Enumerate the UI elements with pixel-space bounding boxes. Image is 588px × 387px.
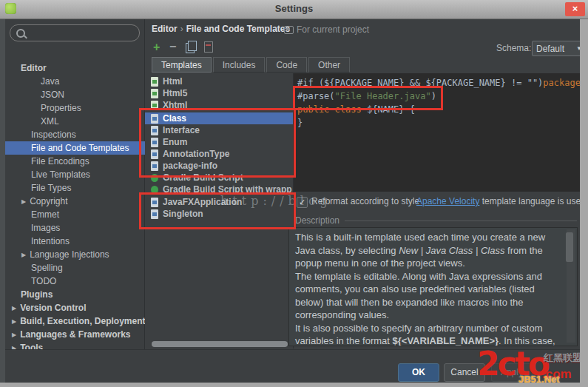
template-item-html5[interactable]: Html5 — [145, 87, 293, 99]
tab-code[interactable]: Code — [266, 57, 307, 73]
description-divider — [345, 221, 577, 221]
sidebar-item-copyright[interactable]: ▶Copyright — [5, 195, 160, 208]
settings-sidebar: Editor Java JSON Properties XML Inspecti… — [5, 18, 145, 349]
window-edge-left — [0, 18, 5, 383]
description-title: Description — [295, 215, 339, 226]
window-edge-right — [580, 18, 588, 383]
annotation-rect-custom-templates — [139, 192, 296, 229]
sidebar-item-plugins[interactable]: Plugins — [5, 288, 160, 301]
dialog-title: Settings — [0, 3, 588, 14]
sidebar-item-version-control[interactable]: ▶Version Control — [5, 301, 151, 314]
annotation-rect-java-templates — [139, 108, 296, 178]
chevron-right-icon[interactable]: ▶ — [12, 318, 16, 325]
description-scrollbar-thumb[interactable] — [566, 232, 573, 262]
description-text: This is a built-in template used each ti… — [295, 231, 555, 346]
template-item-html[interactable]: Html — [145, 75, 293, 87]
description-scrollbar-track[interactable] — [567, 229, 575, 343]
schema-dropdown[interactable]: Default ▼ — [532, 41, 587, 56]
search-input[interactable] — [10, 24, 140, 41]
sidebar-item-languages-frameworks[interactable]: ▶Languages & Frameworks — [5, 328, 151, 341]
remove-template-button[interactable]: − — [169, 40, 176, 53]
page-title: File and Code Templates — [186, 24, 290, 34]
tab-includes[interactable]: Includes — [213, 57, 266, 73]
annotation-rect-parse-line — [293, 86, 443, 110]
apache-velocity-link[interactable]: Apache Velocity — [416, 196, 479, 206]
copy-template-button[interactable] — [186, 43, 195, 53]
ok-button[interactable]: OK — [398, 363, 439, 382]
code-line-4: } — [297, 116, 303, 129]
add-template-button[interactable]: + — [153, 41, 160, 54]
html-file-icon — [151, 77, 158, 87]
chevron-right-icon[interactable]: ▶ — [21, 198, 26, 205]
brand-watermark-cn: 红黑联盟 — [544, 351, 582, 365]
schema-label: Schema: — [496, 43, 531, 53]
sidebar-item-editor[interactable]: Editor — [5, 61, 160, 75]
brand-watermark: 2cto 红黑联盟 .com JB51.Net — [477, 351, 588, 387]
description-panel: This is a built-in template used each ti… — [288, 227, 578, 346]
html-file-icon — [151, 89, 158, 98]
project-scope-icon — [284, 26, 294, 34]
tab-templates[interactable]: Templates — [152, 57, 212, 73]
breadcrumb-separator: › — [178, 24, 186, 34]
reset-template-button[interactable] — [204, 41, 213, 53]
search-icon — [16, 29, 25, 38]
scope-note: For current project — [297, 24, 369, 35]
sidebar-item-build-execution-deployment[interactable]: ▶Build, Execution, Deployment — [5, 314, 151, 328]
chevron-right-icon[interactable]: ▶ — [21, 252, 26, 258]
chevron-right-icon[interactable]: ▶ — [12, 305, 16, 312]
window-edge-bottom — [0, 383, 588, 387]
breadcrumb: Editor›File and Code Templates — [152, 24, 290, 34]
sidebar-item-language-injections[interactable]: ▶Language Injections — [5, 248, 160, 261]
velocity-note: Apache Velocity template language is use… — [416, 196, 586, 206]
schema-value: Default — [536, 44, 564, 54]
tab-other[interactable]: Other — [308, 57, 350, 73]
close-button[interactable]: × — [565, 2, 585, 16]
template-tabs: Templates Includes Code Other — [152, 57, 350, 73]
settings-dialog: Settings × Editor Java JSON Properties X… — [0, 0, 588, 387]
breadcrumb-editor[interactable]: Editor — [152, 24, 178, 34]
template-list-horizontal-scrollbar[interactable] — [152, 341, 288, 347]
chevron-right-icon[interactable]: ▶ — [12, 332, 16, 338]
title-bar: Settings × — [0, 0, 588, 19]
